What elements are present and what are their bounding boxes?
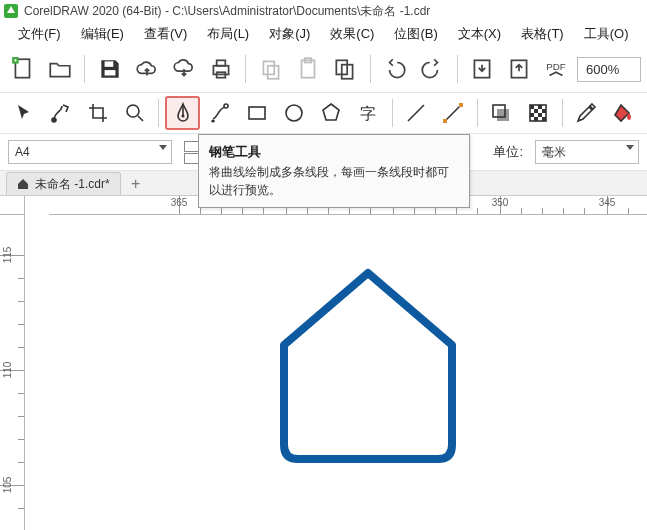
pick-tool[interactable] [6,96,41,130]
menu-layout[interactable]: 布局(L) [197,23,259,45]
svg-point-19 [224,104,228,108]
transparency-tool[interactable] [521,96,556,130]
menu-edit[interactable]: 编辑(E) [71,23,134,45]
menu-table[interactable]: 表格(T) [511,23,574,45]
separator [457,55,458,83]
page-size-combo[interactable]: A4 [8,140,172,164]
polygon-tool[interactable] [314,96,349,130]
text-tool[interactable]: 字 [351,96,386,130]
zoom-tool[interactable] [117,96,152,130]
menu-tools[interactable]: 工具(O) [574,23,639,45]
pen-tool[interactable] [165,96,200,130]
connector-tool[interactable] [436,96,471,130]
dropshadow-tool[interactable] [484,96,519,130]
separator [370,55,371,83]
artistic-media-tool[interactable] [202,96,237,130]
svg-rect-23 [443,119,447,123]
separator [84,55,85,83]
home-icon [17,178,29,190]
new-button[interactable] [6,52,39,86]
svg-rect-8 [268,66,279,79]
separator [477,99,478,127]
canvas[interactable] [25,215,647,530]
title-bar: CorelDRAW 2020 (64-Bit) - C:\Users\Admin… [0,0,647,22]
svg-point-21 [286,105,302,121]
work-area: 115110105 [0,215,647,530]
menu-effect[interactable]: 效果(C) [320,23,384,45]
unit-combo[interactable]: 毫米 [535,140,639,164]
menu-bitmap[interactable]: 位图(B) [384,23,447,45]
separator [245,55,246,83]
page-size-value: A4 [15,145,30,159]
svg-rect-5 [217,60,226,65]
separator [158,99,159,127]
line-tool[interactable] [399,96,434,130]
house-shape[interactable] [270,267,466,467]
app-icon [4,4,18,18]
copy-button[interactable] [254,52,287,86]
import-button[interactable] [466,52,499,86]
pen-tool-tooltip: 钢笔工具 将曲线绘制成多条线段，每画一条线段时都可以进行预览。 [198,134,470,208]
open-button[interactable] [43,52,76,86]
menu-view[interactable]: 查看(V) [134,23,197,45]
svg-rect-24 [459,103,463,107]
fill-tool[interactable] [606,96,641,130]
tool-toolbar: 字 [0,92,647,134]
ellipse-tool[interactable] [277,96,312,130]
svg-rect-2 [104,61,113,66]
svg-rect-26 [497,109,509,121]
svg-point-16 [52,118,56,122]
rectangle-tool[interactable] [239,96,274,130]
standard-toolbar: PDF 600% [0,47,647,92]
shape-tool[interactable] [43,96,78,130]
separator [392,99,393,127]
print-button[interactable] [204,52,237,86]
svg-point-17 [127,105,139,117]
menu-object[interactable]: 对象(J) [259,23,320,45]
undo-button[interactable] [379,52,412,86]
unit-label: 单位: [493,143,523,161]
crop-tool[interactable] [80,96,115,130]
duplicate-button[interactable] [329,52,362,86]
add-tab-button[interactable]: + [125,173,147,195]
eyedropper-tool[interactable] [569,96,604,130]
svg-text:字: 字 [360,105,376,122]
cloud-save-button[interactable] [167,52,200,86]
zoom-level[interactable]: 600% [577,57,641,82]
save-button[interactable] [93,52,126,86]
menu-bar: 文件(F) 编辑(E) 查看(V) 布局(L) 对象(J) 效果(C) 位图(B… [0,22,647,47]
window-title: CorelDRAW 2020 (64-Bit) - C:\Users\Admin… [24,3,430,20]
paste-button[interactable] [291,52,324,86]
ruler-corner [0,196,25,215]
unit-value: 毫米 [542,144,566,161]
menu-text[interactable]: 文本(X) [448,23,511,45]
menu-file[interactable]: 文件(F) [8,23,71,45]
redo-button[interactable] [416,52,449,86]
tab-label: 未命名 -1.cdr* [35,176,110,193]
document-tab[interactable]: 未命名 -1.cdr* [6,172,121,195]
svg-point-18 [181,115,184,118]
dropdown-icon [626,145,634,150]
svg-rect-20 [249,107,265,119]
cloud-open-button[interactable] [130,52,163,86]
vertical-ruler[interactable]: 115110105 [0,215,25,530]
svg-rect-7 [263,61,274,74]
tooltip-title: 钢笔工具 [209,143,459,161]
svg-rect-3 [104,70,115,75]
export-button[interactable] [503,52,536,86]
tooltip-body: 将曲线绘制成多条线段，每画一条线段时都可以进行预览。 [209,163,459,199]
pdf-button[interactable]: PDF [540,52,573,86]
dropdown-icon [159,145,167,150]
separator [562,99,563,127]
svg-text:PDF: PDF [547,61,567,72]
